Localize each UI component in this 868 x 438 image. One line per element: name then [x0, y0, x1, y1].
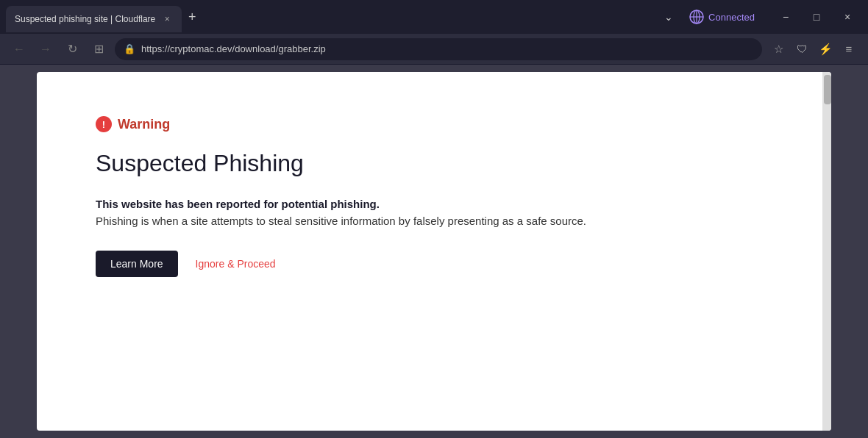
description-text: Phishing is when a site attempts to stea… [96, 215, 772, 227]
scrollbar[interactable] [822, 72, 831, 431]
warp-icon [689, 10, 704, 24]
warning-label: Warning [118, 117, 170, 132]
tab-title: Suspected phishing site | Cloudflare [15, 14, 155, 24]
bookmark-button[interactable]: ☆ [768, 39, 789, 60]
description-bold: This website has been reported for poten… [96, 198, 772, 210]
close-button[interactable]: × [833, 5, 862, 29]
back-button[interactable]: ← [9, 39, 29, 60]
refresh-button[interactable]: ↻ [62, 39, 82, 60]
minimize-button[interactable]: − [771, 5, 800, 29]
shield-button[interactable]: 🛡 [791, 39, 812, 60]
address-input-box[interactable]: 🔒 https://cryptomac.dev/download/grabber… [115, 38, 762, 60]
toolbar-icons: ☆ 🛡 ⚡ ≡ [768, 39, 859, 60]
connected-status: Connected [682, 7, 762, 27]
ignore-proceed-link[interactable]: Ignore & Proceed [196, 258, 276, 270]
active-tab[interactable]: Suspected phishing site | Cloudflare × [6, 6, 182, 32]
learn-more-button[interactable]: Learn More [96, 251, 178, 277]
tab-overflow-button[interactable]: ⌄ [658, 8, 679, 26]
lock-icon: 🔒 [124, 43, 135, 54]
content-card: ! Warning Suspected Phishing This websit… [37, 72, 831, 431]
connected-label: Connected [708, 12, 755, 23]
new-tab-button[interactable]: + [182, 7, 202, 27]
button-row: Learn More Ignore & Proceed [96, 251, 772, 277]
forward-button[interactable]: → [35, 39, 56, 60]
maximize-button[interactable]: □ [802, 5, 831, 29]
tab-close-button[interactable]: × [161, 13, 173, 25]
titlebar: Suspected phishing site | Cloudflare × +… [0, 0, 868, 34]
address-bar: ← → ↻ ⊞ 🔒 https://cryptomac.dev/download… [0, 34, 868, 65]
extensions2-button[interactable]: ⚡ [815, 39, 836, 60]
warning-icon: ! [96, 116, 112, 132]
warning-header: ! Warning [96, 116, 772, 132]
url-display: https://cryptomac.dev/download/grabber.z… [141, 43, 753, 54]
page-title: Suspected Phishing [96, 150, 772, 177]
menu-button[interactable]: ≡ [839, 39, 859, 60]
scrollbar-thumb[interactable] [824, 75, 831, 104]
extensions-button[interactable]: ⊞ [88, 39, 109, 60]
page-content: ! Warning Suspected Phishing This websit… [0, 65, 868, 438]
window-controls: − □ × [771, 5, 862, 29]
tab-area: Suspected phishing site | Cloudflare × + [6, 0, 655, 34]
